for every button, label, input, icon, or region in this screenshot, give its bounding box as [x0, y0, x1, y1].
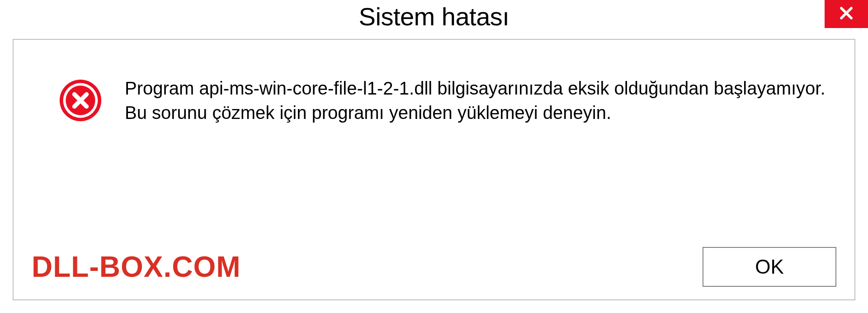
dialog-message: Program api-ms-win-core-file-l1-2-1.dll … [125, 76, 827, 125]
close-icon [838, 5, 855, 24]
titlebar: Sistem hatası [0, 0, 868, 35]
dialog-title: Sistem hatası [359, 2, 509, 31]
dialog-content: Program api-ms-win-core-file-l1-2-1.dll … [13, 39, 855, 300]
error-icon [59, 79, 102, 122]
close-button[interactable] [825, 0, 868, 28]
ok-button[interactable]: OK [703, 247, 836, 287]
watermark-text: DLL-BOX.COM [32, 250, 241, 284]
message-row: Program api-ms-win-core-file-l1-2-1.dll … [14, 40, 854, 125]
footer-row: DLL-BOX.COM OK [14, 247, 836, 287]
